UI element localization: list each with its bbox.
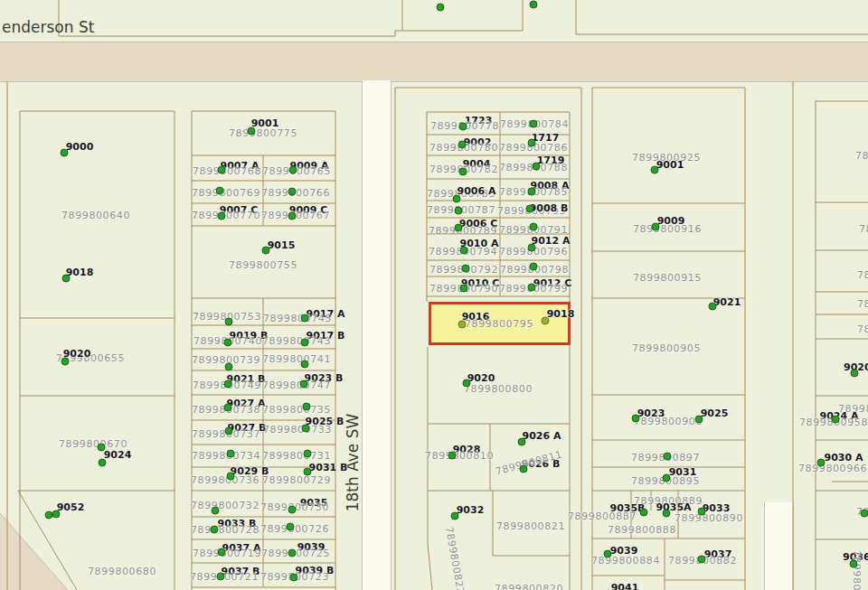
- address-point-dot[interactable]: [458, 141, 467, 149]
- address-point-dot[interactable]: [652, 223, 660, 231]
- parcel-id-label: 78: [857, 323, 868, 335]
- parcel-address-label: 9026 A: [523, 430, 561, 442]
- parcel-id-label: 7899800795: [465, 318, 533, 330]
- address-point-dot[interactable]: [664, 453, 672, 461]
- parcel-id-label: 7899800960: [851, 550, 863, 590]
- address-point-dot[interactable]: [288, 212, 297, 220]
- address-point-dot[interactable]: [227, 473, 235, 481]
- address-point-dot[interactable]: [288, 506, 297, 514]
- address-point-dot[interactable]: [455, 207, 463, 215]
- parcel-id-label: 7899800726: [260, 523, 329, 535]
- address-point-dot[interactable]: [651, 166, 659, 174]
- address-point-dot[interactable]: [851, 370, 859, 378]
- address-point-dot[interactable]: [663, 474, 671, 482]
- address-point-dot[interactable]: [302, 425, 310, 433]
- parcel-id-label: 7899800775: [229, 127, 297, 139]
- address-point-dot[interactable]: [288, 549, 297, 557]
- address-point-dot[interactable]: [663, 510, 671, 518]
- parcel-id-label: 7899800905: [632, 342, 701, 354]
- address-point-dot[interactable]: [698, 508, 706, 516]
- parcel-address-label: 9001: [656, 159, 684, 171]
- address-point-dot[interactable]: [455, 224, 463, 232]
- parcel-id-label: 7899800888: [608, 524, 676, 536]
- address-point-dot[interactable]: [227, 450, 235, 458]
- address-point-dot[interactable]: [303, 403, 311, 411]
- address-point-dot[interactable]: [224, 380, 232, 389]
- address-point-dot[interactable]: [52, 510, 61, 519]
- address-point-dot[interactable]: [518, 438, 526, 446]
- address-point-dot[interactable]: [817, 459, 826, 467]
- parcel-address-label: 9021: [713, 296, 741, 308]
- address-point-dot[interactable]: [448, 452, 457, 460]
- address-point-dot[interactable]: [300, 380, 308, 389]
- address-point-dot[interactable]: [301, 314, 309, 323]
- address-point-dot[interactable]: [530, 1, 538, 9]
- address-point-dot[interactable]: [225, 318, 233, 326]
- address-point-dot[interactable]: [99, 459, 107, 467]
- address-point-dot[interactable]: [463, 379, 471, 388]
- address-point-dot[interactable]: [287, 523, 295, 531]
- address-point-dot[interactable]: [453, 195, 461, 203]
- address-point-dot[interactable]: [632, 415, 640, 423]
- address-point-dot[interactable]: [459, 168, 467, 176]
- address-point-dot[interactable]: [542, 317, 550, 325]
- address-point-dot[interactable]: [458, 321, 467, 329]
- address-point-dot[interactable]: [528, 244, 536, 252]
- address-point-dot[interactable]: [61, 149, 69, 157]
- address-point-dot[interactable]: [533, 163, 541, 171]
- address-point-dot[interactable]: [248, 127, 256, 136]
- address-point-dot[interactable]: [218, 548, 226, 557]
- address-point-dot[interactable]: [217, 573, 225, 581]
- address-point-dot[interactable]: [695, 416, 703, 424]
- address-point-dot[interactable]: [224, 404, 232, 412]
- parcel-id-label: 7899800800: [464, 383, 533, 395]
- address-point-dot[interactable]: [62, 275, 71, 283]
- address-point-dot[interactable]: [640, 509, 648, 517]
- address-point-dot[interactable]: [530, 223, 538, 231]
- parcel-id-label: 7899800728: [191, 524, 259, 536]
- parcel-map[interactable]: enderson St18th Ave SW900078998006409018…: [0, 0, 868, 590]
- address-point-dot[interactable]: [459, 123, 467, 131]
- address-point-dot[interactable]: [460, 285, 468, 293]
- address-point-dot[interactable]: [304, 468, 312, 476]
- parcel-address-label: 9000: [66, 141, 94, 153]
- parcel-id-label: 7899800915: [633, 272, 702, 284]
- address-point-dot[interactable]: [526, 205, 534, 213]
- address-point-dot[interactable]: [460, 247, 468, 255]
- address-point-dot[interactable]: [98, 444, 106, 452]
- parcel-id-label: 78: [857, 298, 868, 310]
- address-point-dot[interactable]: [528, 188, 536, 196]
- address-point-dot[interactable]: [304, 450, 312, 458]
- address-point-dot[interactable]: [451, 512, 459, 520]
- parcel-id-label: 7899800755: [229, 259, 297, 271]
- address-point-dot[interactable]: [288, 188, 297, 196]
- address-point-dot[interactable]: [61, 358, 70, 366]
- address-point-dot[interactable]: [528, 139, 536, 147]
- address-point-dot[interactable]: [832, 416, 840, 424]
- address-point-dot[interactable]: [262, 247, 270, 255]
- address-point-dot[interactable]: [861, 510, 868, 518]
- address-point-dot[interactable]: [520, 465, 528, 473]
- address-point-dot[interactable]: [530, 263, 538, 271]
- address-point-dot[interactable]: [225, 363, 233, 371]
- address-point-dot[interactable]: [528, 284, 536, 292]
- address-point-dot[interactable]: [225, 427, 233, 435]
- address-point-dot[interactable]: [437, 4, 445, 12]
- parcel-id-label: 7899800733: [263, 424, 332, 435]
- address-point-dot[interactable]: [218, 166, 226, 174]
- address-point-dot[interactable]: [709, 303, 717, 311]
- address-point-dot[interactable]: [290, 574, 298, 582]
- address-point-dot[interactable]: [530, 120, 538, 128]
- address-point-dot[interactable]: [218, 212, 226, 220]
- address-point-dot[interactable]: [604, 550, 612, 558]
- address-point-dot[interactable]: [289, 166, 297, 174]
- address-point-dot[interactable]: [850, 560, 858, 568]
- address-point-dot[interactable]: [301, 361, 309, 369]
- address-point-dot[interactable]: [301, 339, 309, 347]
- address-point-dot[interactable]: [212, 507, 220, 515]
- address-point-dot[interactable]: [462, 265, 470, 273]
- address-point-dot[interactable]: [216, 187, 224, 195]
- address-point-dot[interactable]: [698, 556, 706, 564]
- address-point-dot[interactable]: [224, 339, 232, 347]
- address-point-dot[interactable]: [211, 526, 219, 534]
